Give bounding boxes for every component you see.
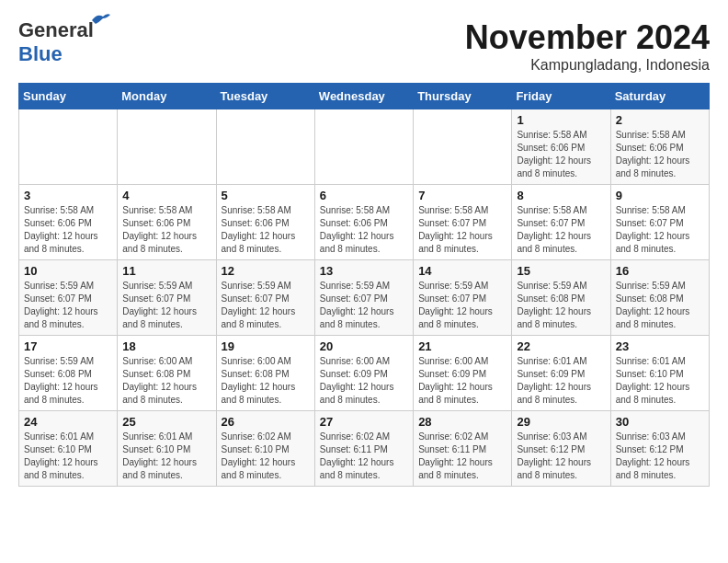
calendar-cell — [314, 109, 413, 185]
logo-general-text: General — [18, 18, 94, 41]
logo-bird-icon — [90, 11, 110, 28]
calendar-week-5: 24 Sunrise: 6:01 AMSunset: 6:10 PMDaylig… — [19, 411, 710, 487]
day-number: 29 — [517, 415, 605, 429]
day-number: 5 — [222, 189, 310, 202]
calendar-cell: 8 Sunrise: 5:58 AMSunset: 6:07 PMDayligh… — [512, 185, 610, 260]
calendar-cell: 15 Sunrise: 5:59 AMSunset: 6:08 PMDaylig… — [512, 260, 610, 336]
day-info: Sunrise: 5:58 AMSunset: 6:07 PMDaylight:… — [616, 204, 704, 256]
day-number: 23 — [616, 339, 704, 353]
day-number: 19 — [222, 339, 310, 353]
day-number: 15 — [517, 264, 605, 278]
weekday-header-tuesday: Tuesday — [216, 84, 314, 109]
calendar-week-2: 3 Sunrise: 5:58 AMSunset: 6:06 PMDayligh… — [19, 185, 710, 260]
calendar-cell: 22 Sunrise: 6:01 AMSunset: 6:09 PMDaylig… — [512, 336, 610, 411]
day-info: Sunrise: 6:03 AMSunset: 6:12 PMDaylight:… — [616, 431, 704, 482]
calendar-cell: 25 Sunrise: 6:01 AMSunset: 6:10 PMDaylig… — [118, 411, 216, 487]
calendar-cell: 18 Sunrise: 6:00 AMSunset: 6:08 PMDaylig… — [118, 336, 216, 411]
day-number: 11 — [122, 264, 210, 278]
day-number: 27 — [320, 415, 408, 429]
calendar-cell: 26 Sunrise: 6:02 AMSunset: 6:10 PMDaylig… — [216, 411, 314, 487]
page-header: General Blue November 2024 Kampungladang… — [18, 18, 710, 74]
calendar-cell — [414, 109, 512, 185]
calendar-cell: 13 Sunrise: 5:59 AMSunset: 6:07 PMDaylig… — [314, 260, 413, 336]
weekday-header-saturday: Saturday — [610, 84, 709, 109]
calendar-cell: 11 Sunrise: 5:59 AMSunset: 6:07 PMDaylig… — [118, 260, 216, 336]
day-number: 4 — [122, 189, 210, 202]
calendar-week-3: 10 Sunrise: 5:59 AMSunset: 6:07 PMDaylig… — [19, 260, 710, 336]
weekday-header-thursday: Thursday — [414, 84, 512, 109]
day-number: 1 — [517, 113, 605, 127]
calendar-cell: 20 Sunrise: 6:00 AMSunset: 6:09 PMDaylig… — [314, 336, 413, 411]
calendar-cell: 12 Sunrise: 5:59 AMSunset: 6:07 PMDaylig… — [216, 260, 314, 336]
day-number: 25 — [122, 415, 210, 429]
calendar-week-4: 17 Sunrise: 5:59 AMSunset: 6:08 PMDaylig… — [19, 336, 710, 411]
day-info: Sunrise: 5:58 AMSunset: 6:06 PMDaylight:… — [222, 204, 310, 256]
calendar-cell: 24 Sunrise: 6:01 AMSunset: 6:10 PMDaylig… — [19, 411, 118, 487]
weekday-header-wednesday: Wednesday — [314, 84, 413, 109]
day-info: Sunrise: 5:59 AMSunset: 6:07 PMDaylight:… — [222, 280, 310, 331]
calendar-cell: 21 Sunrise: 6:00 AMSunset: 6:09 PMDaylig… — [414, 336, 512, 411]
day-info: Sunrise: 5:59 AMSunset: 6:07 PMDaylight:… — [24, 280, 112, 331]
day-info: Sunrise: 6:00 AMSunset: 6:08 PMDaylight:… — [222, 355, 310, 407]
day-number: 16 — [616, 264, 704, 278]
calendar-cell: 19 Sunrise: 6:00 AMSunset: 6:08 PMDaylig… — [216, 336, 314, 411]
day-number: 17 — [24, 339, 112, 353]
title-block: November 2024 Kampungladang, Indonesia — [465, 18, 710, 74]
day-number: 24 — [24, 415, 112, 429]
day-number: 3 — [24, 189, 112, 202]
weekday-header-sunday: Sunday — [19, 84, 118, 109]
day-number: 12 — [222, 264, 310, 278]
day-info: Sunrise: 6:02 AMSunset: 6:10 PMDaylight:… — [222, 431, 310, 482]
day-info: Sunrise: 5:58 AMSunset: 6:06 PMDaylight:… — [122, 204, 210, 256]
day-number: 13 — [320, 264, 408, 278]
day-info: Sunrise: 5:59 AMSunset: 6:07 PMDaylight:… — [418, 280, 506, 331]
day-number: 7 — [418, 189, 506, 202]
calendar-cell — [216, 109, 314, 185]
day-info: Sunrise: 5:58 AMSunset: 6:07 PMDaylight:… — [418, 204, 506, 256]
calendar-cell: 4 Sunrise: 5:58 AMSunset: 6:06 PMDayligh… — [118, 185, 216, 260]
calendar-cell: 6 Sunrise: 5:58 AMSunset: 6:06 PMDayligh… — [314, 185, 413, 260]
day-info: Sunrise: 6:01 AMSunset: 6:10 PMDaylight:… — [24, 431, 112, 482]
calendar-cell: 7 Sunrise: 5:58 AMSunset: 6:07 PMDayligh… — [414, 185, 512, 260]
day-info: Sunrise: 6:01 AMSunset: 6:10 PMDaylight:… — [122, 431, 210, 482]
calendar-cell: 5 Sunrise: 5:58 AMSunset: 6:06 PMDayligh… — [216, 185, 314, 260]
calendar-table: SundayMondayTuesdayWednesdayThursdayFrid… — [18, 83, 710, 487]
day-info: Sunrise: 5:59 AMSunset: 6:07 PMDaylight:… — [320, 280, 408, 331]
day-info: Sunrise: 5:59 AMSunset: 6:08 PMDaylight:… — [517, 280, 605, 331]
day-info: Sunrise: 6:00 AMSunset: 6:09 PMDaylight:… — [320, 355, 408, 407]
weekday-header-monday: Monday — [118, 84, 216, 109]
calendar-cell: 2 Sunrise: 5:58 AMSunset: 6:06 PMDayligh… — [610, 109, 709, 185]
calendar-cell: 16 Sunrise: 5:59 AMSunset: 6:08 PMDaylig… — [610, 260, 709, 336]
day-info: Sunrise: 5:59 AMSunset: 6:07 PMDaylight:… — [122, 280, 210, 331]
day-info: Sunrise: 6:01 AMSunset: 6:10 PMDaylight:… — [616, 355, 704, 407]
day-number: 28 — [418, 415, 506, 429]
day-info: Sunrise: 6:00 AMSunset: 6:08 PMDaylight:… — [122, 355, 210, 407]
day-info: Sunrise: 6:03 AMSunset: 6:12 PMDaylight:… — [517, 431, 605, 482]
day-info: Sunrise: 5:59 AMSunset: 6:08 PMDaylight:… — [24, 355, 112, 407]
calendar-cell: 10 Sunrise: 5:59 AMSunset: 6:07 PMDaylig… — [19, 260, 118, 336]
day-number: 6 — [320, 189, 408, 202]
location-subtitle: Kampungladang, Indonesia — [465, 57, 710, 74]
day-info: Sunrise: 5:58 AMSunset: 6:06 PMDaylight:… — [517, 129, 605, 180]
day-number: 9 — [616, 189, 704, 202]
weekday-header-row: SundayMondayTuesdayWednesdayThursdayFrid… — [19, 84, 710, 109]
logo-blue-text: Blue — [18, 42, 63, 65]
calendar-week-1: 1 Sunrise: 5:58 AMSunset: 6:06 PMDayligh… — [19, 109, 710, 185]
calendar-cell: 9 Sunrise: 5:58 AMSunset: 6:07 PMDayligh… — [610, 185, 709, 260]
day-number: 10 — [24, 264, 112, 278]
calendar-cell — [118, 109, 216, 185]
weekday-header-friday: Friday — [512, 84, 610, 109]
day-info: Sunrise: 6:02 AMSunset: 6:11 PMDaylight:… — [418, 431, 506, 482]
day-info: Sunrise: 5:58 AMSunset: 6:06 PMDaylight:… — [616, 129, 704, 180]
calendar-cell: 27 Sunrise: 6:02 AMSunset: 6:11 PMDaylig… — [314, 411, 413, 487]
calendar-cell: 1 Sunrise: 5:58 AMSunset: 6:06 PMDayligh… — [512, 109, 610, 185]
calendar-cell: 3 Sunrise: 5:58 AMSunset: 6:06 PMDayligh… — [19, 185, 118, 260]
day-info: Sunrise: 5:59 AMSunset: 6:08 PMDaylight:… — [616, 280, 704, 331]
calendar-cell: 14 Sunrise: 5:59 AMSunset: 6:07 PMDaylig… — [414, 260, 512, 336]
day-number: 14 — [418, 264, 506, 278]
day-number: 20 — [320, 339, 408, 353]
calendar-cell — [19, 109, 118, 185]
day-info: Sunrise: 5:58 AMSunset: 6:07 PMDaylight:… — [517, 204, 605, 256]
day-number: 22 — [517, 339, 605, 353]
day-number: 30 — [616, 415, 704, 429]
